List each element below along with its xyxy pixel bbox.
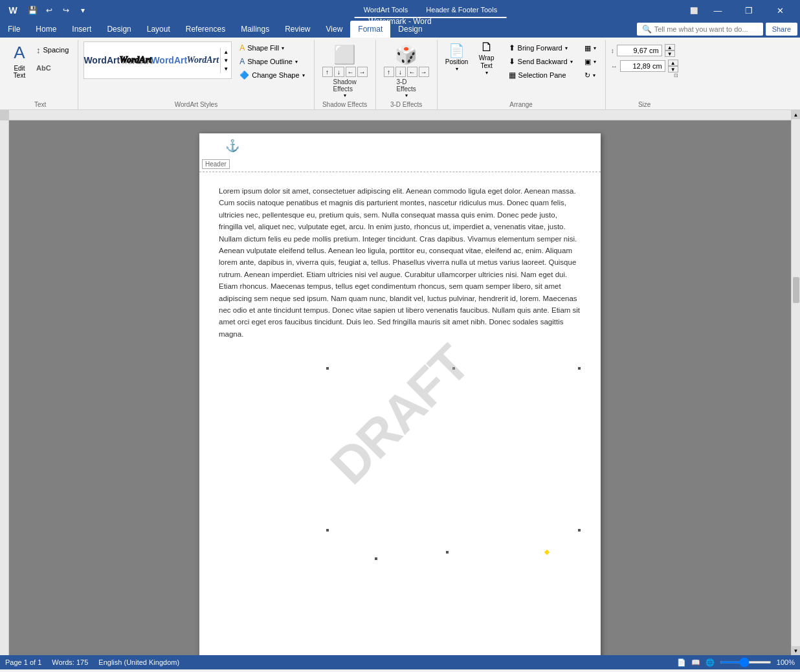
gallery-up[interactable]: ▲ [222, 48, 230, 56]
3d-btn-3[interactable]: ← [407, 67, 417, 77]
scroll-thumb[interactable] [793, 277, 799, 303]
menu-layout[interactable]: Layout [139, 21, 178, 38]
wrap-text-button[interactable]: 🗋 WrapText ▾ [472, 41, 501, 74]
shape-fill-button[interactable]: A Shape Fill ▾ [236, 41, 308, 54]
position-button[interactable]: 📄 Position ▾ [443, 41, 471, 74]
selection-handle-diamond[interactable] [544, 550, 550, 555]
menu-file[interactable]: File [0, 21, 28, 38]
change-shape-dropdown[interactable]: ▾ [302, 73, 305, 78]
selection-handle-tl[interactable] [326, 366, 329, 370]
3d-btn-1[interactable]: ↑ [384, 67, 394, 77]
3d-dropdown[interactable]: ▾ [405, 93, 408, 98]
scroll-track[interactable] [792, 119, 801, 646]
scroll-down-btn[interactable]: ▼ [792, 646, 801, 655]
selection-handle-ml[interactable] [326, 528, 329, 532]
view-reading-icon[interactable]: 📖 [691, 658, 700, 667]
shadow-effects-icon: ⬜ [333, 44, 356, 65]
menu-insert[interactable]: Insert [64, 21, 99, 38]
rotate-dropdown[interactable]: ▾ [593, 73, 595, 78]
menu-references[interactable]: References [178, 21, 233, 38]
restore-btn[interactable]: ❐ [734, 0, 764, 21]
3d-effects-icon: 🎲 [395, 44, 417, 65]
height-input-group: ↕ ▲ ▼ [611, 44, 678, 57]
edit-text-button[interactable]: A EditText [8, 41, 31, 80]
view-normal-icon[interactable]: 📄 [677, 658, 686, 667]
menu-view[interactable]: View [318, 21, 351, 38]
menu-review[interactable]: Review [277, 21, 318, 38]
shadow-dropdown[interactable]: ▾ [344, 93, 346, 98]
search-input[interactable] [654, 25, 758, 33]
3d-btn-4[interactable]: → [419, 67, 429, 77]
watermark[interactable]: DRAFT [311, 326, 489, 504]
selection-pane-button[interactable]: ▦ Selection Pane [505, 69, 577, 82]
3d-btn-2[interactable]: ↓ [395, 67, 406, 77]
shape-outline-button[interactable]: A Shape Outline ▾ [236, 55, 308, 68]
spacing-button[interactable]: ↕ Spacing [32, 41, 72, 58]
left-ruler [0, 110, 9, 655]
status-right: 📄 📖 🌐 100% [677, 658, 795, 667]
selection-handle-tm[interactable] [452, 366, 456, 370]
selection-handle-bl[interactable] [374, 557, 378, 561]
undo-btn[interactable]: ↩ [41, 3, 57, 18]
align-dropdown[interactable]: ▾ [594, 45, 596, 51]
close-btn[interactable]: ✕ [765, 0, 795, 21]
shadow-btn-1[interactable]: ↑ [322, 67, 333, 77]
wordart-style-2[interactable]: WordArt [119, 44, 151, 76]
selection-handle-tr[interactable] [577, 366, 581, 370]
height-label: ↕ [611, 47, 614, 54]
main-content: ⚓ Header DRAFT [9, 110, 791, 655]
group-dropdown[interactable]: ▾ [594, 59, 596, 65]
selection-handle-bc[interactable] [445, 550, 449, 554]
selection-handle-mr[interactable] [577, 528, 581, 532]
menu-mailings[interactable]: Mailings [233, 21, 277, 38]
shadow-effects-button[interactable]: ⬜ ↑ ↓ ← → ShadowEffects ▾ [320, 41, 370, 101]
width-down-btn[interactable]: ▼ [668, 66, 678, 73]
gallery-more[interactable]: ▼ [222, 65, 230, 73]
menu-design[interactable]: Design [99, 21, 139, 38]
size-expand-btn[interactable]: ⊡ [674, 73, 678, 78]
header-footer-tools-tab[interactable]: Header & Footer Tools [417, 3, 506, 18]
send-backward-dropdown[interactable]: ▾ [570, 59, 573, 65]
shape-outline-dropdown[interactable]: ▾ [295, 59, 298, 65]
view-web-icon[interactable]: 🌐 [706, 658, 715, 667]
wordart-gallery: WordArt WordArt WordArt WordArt ▲ ▼ ▼ [83, 41, 232, 79]
save-btn[interactable]: 💾 [25, 3, 40, 18]
bring-forward-dropdown[interactable]: ▾ [565, 45, 568, 51]
wordart-style-1[interactable]: WordArt [85, 44, 118, 76]
content-area[interactable]: ⚓ Header DRAFT [9, 120, 791, 655]
even-height-button[interactable]: AbC [32, 60, 72, 76]
align-button[interactable]: ▦ ▾ [581, 41, 600, 54]
height-input[interactable] [617, 45, 662, 56]
bring-forward-button[interactable]: ⬆ Bring Forward ▾ [505, 41, 577, 54]
wordart-tools-tab[interactable]: WordArt Tools [355, 3, 417, 18]
scroll-up-btn[interactable]: ▲ [792, 110, 801, 119]
align-group-rotate-controls: ▦ ▾ ▣ ▾ ↻ ▾ [581, 41, 600, 82]
zoom-slider[interactable] [720, 661, 772, 664]
language: English (United Kingdom) [98, 658, 179, 666]
minimize-btn[interactable]: — [703, 0, 733, 21]
height-spinner: ▲ ▼ [665, 44, 675, 57]
width-up-btn[interactable]: ▲ [668, 60, 678, 66]
text-group-label: Text [8, 101, 72, 109]
shape-fill-dropdown[interactable]: ▾ [282, 45, 284, 51]
document-title: Watermark - Word [368, 17, 431, 26]
shadow-btn-2[interactable]: ↓ [334, 67, 344, 77]
height-down-btn[interactable]: ▼ [665, 50, 675, 57]
3d-effects-button[interactable]: 🎲 ↑ ↓ ← → 3-DEffects ▾ [381, 41, 432, 101]
shadow-btn-3[interactable]: ← [346, 67, 356, 77]
ribbon-toggle-btn[interactable]: ⬜ [686, 3, 702, 18]
share-button[interactable]: Share [766, 23, 797, 36]
redo-btn[interactable]: ↪ [58, 3, 74, 18]
shadow-btn-4[interactable]: → [357, 67, 368, 77]
gallery-down[interactable]: ▼ [222, 56, 230, 65]
change-shape-button[interactable]: 🔷 Change Shape ▾ [236, 69, 308, 82]
send-backward-button[interactable]: ⬇ Send Backward ▾ [505, 55, 577, 68]
menu-home[interactable]: Home [28, 21, 64, 38]
customize-btn[interactable]: ▾ [75, 3, 91, 18]
group-button[interactable]: ▣ ▾ [581, 55, 600, 68]
width-input[interactable] [620, 60, 665, 72]
wordart-style-4[interactable]: WordArt [186, 44, 219, 76]
rotate-button[interactable]: ↻ ▾ [581, 69, 600, 82]
wordart-style-3[interactable]: WordArt [153, 44, 185, 76]
height-up-btn[interactable]: ▲ [665, 44, 675, 50]
